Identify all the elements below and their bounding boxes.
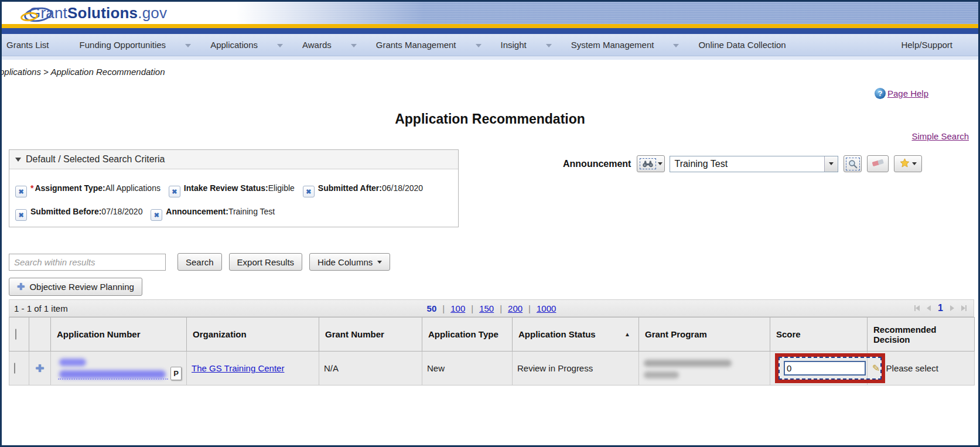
chevron-down-icon[interactable] bbox=[351, 44, 357, 47]
expand-row-icon[interactable]: ✚ bbox=[34, 362, 46, 375]
col-application-status[interactable]: Application Status ▲ bbox=[513, 318, 639, 352]
plus-icon: ✚ bbox=[17, 281, 25, 292]
attachment-p-icon[interactable]: P bbox=[170, 367, 182, 380]
page-size-150[interactable]: 150 bbox=[479, 303, 494, 313]
nav-item-grants-management[interactable]: Grants Management bbox=[361, 40, 472, 50]
nav-item-system-management[interactable]: System Management bbox=[556, 40, 670, 50]
objective-review-planning-button[interactable]: ✚ Objective Review Planning bbox=[9, 278, 142, 296]
application-type-cell: New bbox=[422, 352, 513, 385]
breadcrumb[interactable]: Applications > Application Recommendatio… bbox=[0, 67, 165, 77]
logo-ellipses-icon bbox=[21, 7, 54, 23]
criteria-panel-header[interactable]: Default / Selected Search Criteria bbox=[9, 150, 458, 169]
results-count: 1 - 1 of 1 item bbox=[9, 303, 68, 313]
results-toolbar: Search Export Results Hide Columns bbox=[9, 253, 397, 271]
eraser-icon bbox=[871, 158, 885, 169]
col-grant-number[interactable]: Grant Number bbox=[319, 318, 422, 352]
criteria-label: Assignment Type: bbox=[35, 183, 105, 193]
grant-program-cell bbox=[639, 352, 770, 385]
search-button[interactable]: Search bbox=[177, 253, 222, 271]
page-size-200[interactable]: 200 bbox=[508, 303, 523, 313]
organization-cell: The GS Training Center bbox=[187, 352, 319, 385]
chevron-down-icon[interactable] bbox=[476, 44, 482, 47]
criteria-value: All Applications bbox=[105, 183, 161, 193]
row-checkbox[interactable] bbox=[14, 363, 15, 374]
page-help-link[interactable]: ? Page Help bbox=[875, 88, 928, 99]
row-select-cell bbox=[9, 352, 29, 385]
clear-search-button[interactable] bbox=[867, 155, 889, 172]
criteria-chip-submitted-after: ✖Submitted After:06/18/2020 bbox=[303, 183, 423, 193]
chevron-down-icon[interactable] bbox=[277, 44, 283, 47]
logo-text-solutions: Solutions bbox=[67, 4, 138, 22]
criteria-label: Intake Review Status: bbox=[184, 183, 268, 193]
pager-current-page: 1 bbox=[938, 303, 943, 313]
remove-criteria-icon[interactable]: ✖ bbox=[151, 209, 162, 221]
col-score[interactable]: Score bbox=[770, 318, 868, 352]
page-size-100[interactable]: 100 bbox=[450, 303, 465, 313]
announcement-search-button[interactable] bbox=[844, 155, 862, 172]
chevron-down-icon bbox=[829, 162, 834, 165]
nav-item-help-support[interactable]: Help/Support bbox=[886, 40, 978, 50]
nav-item-online-data-collection[interactable]: Online Data Collection bbox=[683, 40, 801, 50]
simple-search-label[interactable]: Simple Search bbox=[911, 131, 969, 141]
remove-criteria-icon[interactable]: ✖ bbox=[15, 186, 27, 197]
simple-search-link[interactable]: Simple Search bbox=[911, 131, 969, 142]
grant-number-cell: N/A bbox=[319, 352, 422, 385]
chevron-down-icon bbox=[377, 261, 382, 264]
pager-prev-button[interactable] bbox=[927, 305, 931, 311]
search-criteria-panel: Default / Selected Search Criteria ✖*Ass… bbox=[9, 149, 459, 227]
top-banner: GrantSolutions.gov bbox=[2, 2, 978, 24]
criteria-chip-submitted-before: ✖Submitted Before:07/18/2020 bbox=[15, 207, 145, 216]
redacted-application-number-line2[interactable] bbox=[59, 370, 166, 378]
pager-last-button[interactable] bbox=[961, 305, 967, 311]
page-size-links: 50 | 100 | 150 | 200 | 1000 bbox=[427, 303, 556, 313]
page-size-1000[interactable]: 1000 bbox=[537, 303, 556, 313]
remove-criteria-icon[interactable]: ✖ bbox=[303, 186, 315, 197]
nav-item-grants-list[interactable]: Grants List bbox=[0, 40, 64, 50]
star-icon bbox=[900, 158, 910, 170]
criteria-value: 06/18/2020 bbox=[382, 183, 423, 193]
score-cell bbox=[770, 352, 868, 385]
col-application-number[interactable]: Application Number bbox=[51, 318, 187, 352]
organization-link[interactable]: The GS Training Center bbox=[192, 363, 284, 373]
nav-item-insight[interactable]: Insight bbox=[486, 40, 542, 50]
table-row: ✚ P The GS Training Center N/A New Revie… bbox=[9, 352, 975, 385]
application-number-cell: P bbox=[51, 352, 187, 385]
collapse-triangle-icon bbox=[15, 158, 21, 162]
criteria-value: Eligible bbox=[268, 183, 295, 193]
combobox-dropdown-button[interactable] bbox=[824, 156, 838, 172]
hide-columns-button[interactable]: Hide Columns bbox=[309, 253, 390, 271]
remove-criteria-icon[interactable]: ✖ bbox=[169, 186, 180, 197]
announcement-input[interactable] bbox=[670, 156, 838, 172]
favorites-button[interactable] bbox=[894, 155, 922, 172]
separator: | bbox=[500, 303, 502, 313]
criteria-value: Training Test bbox=[228, 207, 275, 216]
search-within-results-input[interactable] bbox=[9, 254, 166, 271]
redacted-link-underline bbox=[58, 378, 168, 380]
redacted-application-number-line1[interactable] bbox=[59, 359, 86, 366]
chevron-down-icon[interactable] bbox=[185, 44, 191, 47]
chevron-down-icon[interactable] bbox=[546, 44, 552, 47]
remove-criteria-icon[interactable]: ✖ bbox=[15, 209, 27, 221]
nav-item-applications[interactable]: Applications bbox=[195, 40, 273, 50]
pager-first-button[interactable] bbox=[914, 305, 920, 311]
chevron-down-icon bbox=[912, 162, 917, 165]
page-help-label[interactable]: Page Help bbox=[887, 88, 928, 98]
col-application-type[interactable]: Application Type bbox=[422, 318, 513, 352]
select-all-checkbox[interactable] bbox=[15, 329, 16, 340]
chevron-down-icon bbox=[658, 162, 663, 165]
col-grant-program[interactable]: Grant Program bbox=[639, 318, 770, 352]
recommended-decision-value[interactable]: Please select bbox=[886, 363, 938, 373]
nav-item-funding-opportunities[interactable]: Funding Opportunities bbox=[64, 40, 182, 50]
chevron-down-icon[interactable] bbox=[673, 44, 679, 47]
pager-next-button[interactable] bbox=[950, 305, 954, 311]
col-recommended-decision[interactable]: Recommended Decision bbox=[868, 318, 975, 352]
required-asterisk: * bbox=[30, 183, 33, 193]
col-organization[interactable]: Organization bbox=[187, 318, 319, 352]
criteria-chip-announcement: ✖Announcement:Training Test bbox=[151, 207, 275, 216]
score-input[interactable] bbox=[784, 361, 866, 376]
sort-ascending-icon[interactable]: ▲ bbox=[624, 331, 630, 337]
export-results-button[interactable]: Export Results bbox=[229, 253, 303, 271]
nav-item-awards[interactable]: Awards bbox=[287, 40, 347, 50]
table-header-row: Application Number Organization Grant Nu… bbox=[9, 318, 975, 352]
announcement-lookup-button[interactable] bbox=[637, 155, 665, 172]
